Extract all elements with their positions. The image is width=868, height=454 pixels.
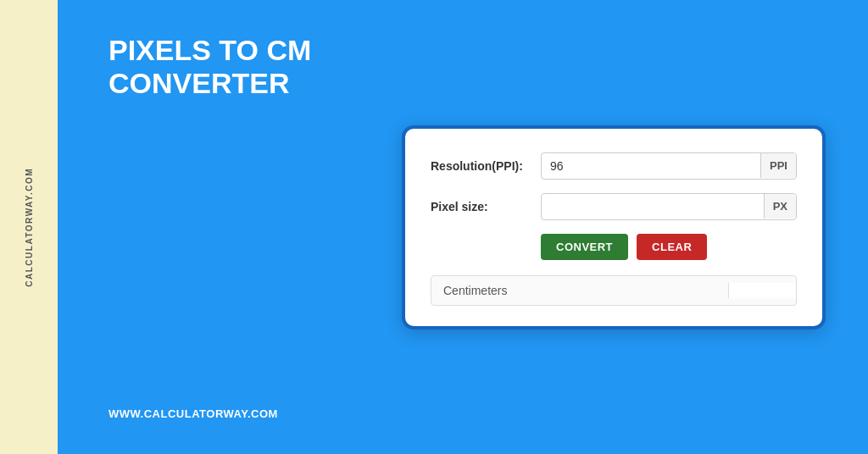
- pixel-size-input[interactable]: [542, 194, 764, 219]
- result-label: Centimeters: [431, 276, 728, 305]
- resolution-row: Resolution(PPI): PPI: [431, 152, 797, 180]
- calculator-card: Resolution(PPI): PPI Pixel size: PX CONV…: [402, 125, 826, 329]
- left-content: PIXELS TO CM CONVERTER WWW.CALCULATORWAY…: [108, 25, 329, 429]
- clear-button[interactable]: CLEAR: [637, 234, 707, 260]
- pixel-unit: PX: [764, 194, 796, 219]
- resolution-unit: PPI: [760, 153, 796, 178]
- pixel-size-row: Pixel size: PX: [431, 193, 797, 220]
- pixel-size-input-wrapper: PX: [541, 193, 797, 220]
- page-title: PIXELS TO CM CONVERTER: [108, 34, 329, 100]
- result-value: [728, 283, 796, 298]
- resolution-input-wrapper: PPI: [541, 152, 797, 180]
- main-area: PIXELS TO CM CONVERTER WWW.CALCULATORWAY…: [58, 0, 868, 454]
- buttons-row: CONVERT CLEAR: [541, 234, 797, 260]
- resolution-input[interactable]: [542, 153, 760, 179]
- sidebar: CALCULATORWAY.COM: [0, 0, 58, 454]
- pixel-size-label: Pixel size:: [431, 200, 541, 213]
- sidebar-brand-text: CALCULATORWAY.COM: [25, 168, 34, 287]
- resolution-label: Resolution(PPI):: [431, 159, 541, 173]
- result-row: Centimeters: [431, 275, 797, 306]
- website-url: WWW.CALCULATORWAY.COM: [108, 407, 329, 420]
- convert-button[interactable]: CONVERT: [541, 234, 628, 260]
